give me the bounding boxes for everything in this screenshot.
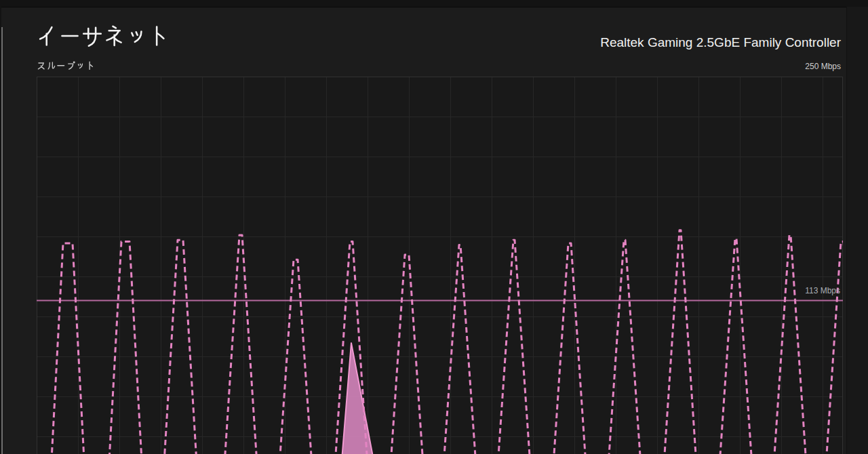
kana-glyph [76, 61, 85, 70]
task-manager-ethernet-panel: イーサネット Realtek Gaming 2.5GbE Family Cont… [0, 0, 868, 454]
max-scale-label: 250 Mbps [805, 62, 841, 71]
kana-glyph [149, 25, 170, 47]
right-edge-shade [846, 7, 868, 454]
kana-glyph [66, 61, 76, 70]
receive-dashed-series [37, 230, 843, 454]
page-title: イーサネット [37, 24, 170, 47]
send-spike-filled-series [340, 343, 378, 454]
kana-glyph [56, 61, 66, 70]
throughput-chart-svg [37, 77, 843, 454]
window-top-strip [0, 0, 868, 7]
kana-glyph [47, 61, 56, 70]
kana-glyph [81, 25, 103, 47]
kana-glyph [37, 61, 46, 70]
throughput-axis-label: スループット [37, 61, 95, 70]
kana-glyph [37, 25, 58, 47]
adapter-name-label: Realtek Gaming 2.5GbE Family Controller [600, 35, 841, 50]
kana-glyph [59, 25, 81, 47]
kana-glyph [126, 25, 148, 47]
current-throughput-label: 113 Mbps [805, 286, 840, 296]
kana-glyph [86, 61, 96, 70]
chart-gridlines [37, 77, 843, 454]
sidebar-divider-line [1, 27, 3, 454]
throughput-chart: 113 Mbps [37, 77, 843, 454]
chart-border [37, 77, 843, 454]
kana-glyph [104, 25, 125, 47]
